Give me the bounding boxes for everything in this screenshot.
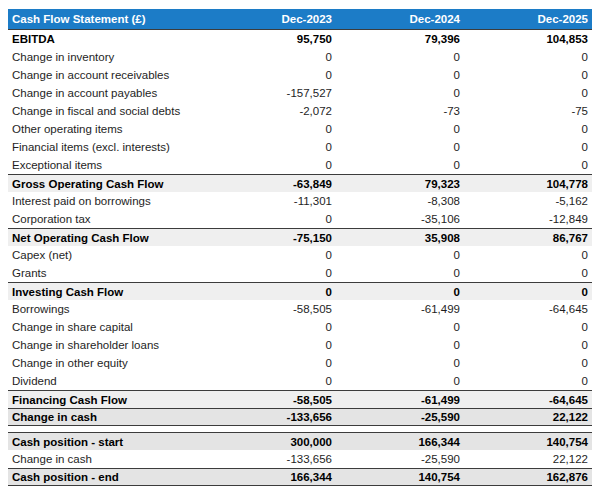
- cell-value: 104,778: [464, 178, 592, 190]
- table-row: Investing Cash Flow000: [8, 282, 592, 300]
- column-header-dec-2024: Dec-2024: [336, 13, 464, 25]
- row-label: Gross Operating Cash Flow: [8, 178, 208, 190]
- row-label: Change in other equity: [8, 357, 208, 369]
- cell-value: 0: [336, 87, 464, 99]
- cell-value: 0: [208, 339, 336, 351]
- cell-value: 0: [464, 159, 592, 171]
- row-label: Change in account payables: [8, 87, 208, 99]
- cell-value: 0: [208, 69, 336, 81]
- cell-value: 162,876: [464, 471, 592, 483]
- cell-value: -58,505: [208, 394, 336, 406]
- row-label: Cash position - start: [8, 436, 208, 448]
- cell-value: 0: [336, 286, 464, 298]
- cell-value: 0: [464, 286, 592, 298]
- cell-value: -75: [464, 105, 592, 117]
- row-label: EBITDA: [8, 33, 208, 45]
- table-row: Cash position - start300,000166,344140,7…: [8, 432, 592, 450]
- cell-value: -5,162: [464, 195, 592, 207]
- cell-value: 0: [464, 375, 592, 387]
- cell-value: 0: [336, 51, 464, 63]
- cell-value: 79,323: [336, 178, 464, 190]
- cell-value: -63,849: [208, 178, 336, 190]
- column-header-dec-2023: Dec-2023: [208, 13, 336, 25]
- cell-value: 0: [336, 357, 464, 369]
- row-label: Change in shareholder loans: [8, 339, 208, 351]
- row-label: Other operating items: [8, 123, 208, 135]
- column-header-dec-2025: Dec-2025: [464, 13, 592, 25]
- table-row: Capex (net)000: [8, 246, 592, 264]
- cell-value: 0: [208, 123, 336, 135]
- cell-value: -133,656: [208, 411, 336, 423]
- cell-value: 0: [336, 123, 464, 135]
- table-row: Corporation tax0-35,106-12,849: [8, 210, 592, 228]
- cell-value: 35,908: [336, 232, 464, 244]
- cell-value: 22,122: [464, 453, 592, 465]
- row-label: Change in share capital: [8, 321, 208, 333]
- cell-value: 0: [208, 321, 336, 333]
- table-row: Financing Cash Flow-58,505-61,499-64,645: [8, 390, 592, 408]
- table-row: Net Operating Cash Flow-75,15035,90886,7…: [8, 228, 592, 246]
- table-row: Interest paid on borrowings-11,301-8,308…: [8, 192, 592, 210]
- cell-value: -8,308: [336, 195, 464, 207]
- table-row: Dividend000: [8, 372, 592, 390]
- cell-value: 0: [336, 69, 464, 81]
- row-label: Financing Cash Flow: [8, 394, 208, 406]
- cell-value: -25,590: [336, 411, 464, 423]
- table-row: Change in shareholder loans000: [8, 336, 592, 354]
- row-label: Net Operating Cash Flow: [8, 232, 208, 244]
- cell-value: 86,767: [464, 232, 592, 244]
- cell-value: 0: [464, 141, 592, 153]
- cell-value: 0: [464, 51, 592, 63]
- table-row: Change in account payables-157,52700: [8, 84, 592, 102]
- cell-value: 0: [464, 357, 592, 369]
- cell-value: 0: [464, 69, 592, 81]
- cell-value: 104,853: [464, 33, 592, 45]
- row-label: Borrowings: [8, 303, 208, 315]
- cell-value: -61,499: [336, 303, 464, 315]
- table-header-row: Cash Flow Statement (£) Dec-2023 Dec-202…: [8, 9, 592, 30]
- cell-value: -73: [336, 105, 464, 117]
- row-label: Change in cash: [8, 411, 208, 423]
- cell-value: 0: [336, 249, 464, 261]
- table-row: Change in fiscal and social debts-2,072-…: [8, 102, 592, 120]
- cell-value: 0: [208, 375, 336, 387]
- cell-value: 0: [336, 267, 464, 279]
- cell-value: 0: [208, 159, 336, 171]
- row-label: Cash position - end: [8, 471, 208, 483]
- row-label: Exceptional items: [8, 159, 208, 171]
- row-label: Corporation tax: [8, 213, 208, 225]
- cell-value: 0: [336, 375, 464, 387]
- row-label: Dividend: [8, 375, 208, 387]
- table-row: Grants000: [8, 264, 592, 282]
- table-row: Change in share capital000: [8, 318, 592, 336]
- cell-value: 0: [336, 339, 464, 351]
- table-row: Change in account receivables000: [8, 66, 592, 84]
- table-row: Cash position - end166,344140,754162,876: [8, 468, 592, 486]
- row-label: Interest paid on borrowings: [8, 195, 208, 207]
- cell-value: 166,344: [336, 436, 464, 448]
- cell-value: 0: [464, 267, 592, 279]
- cell-value: 0: [336, 321, 464, 333]
- table-row: Change in other equity000: [8, 354, 592, 372]
- cell-value: -35,106: [336, 213, 464, 225]
- cell-value: 0: [464, 339, 592, 351]
- row-label: Financial items (excl. interests): [8, 141, 208, 153]
- cell-value: 95,750: [208, 33, 336, 45]
- table-row: Change in cash-133,656-25,59022,122: [8, 408, 592, 426]
- cell-value: -64,645: [464, 303, 592, 315]
- cell-value: -64,645: [464, 394, 592, 406]
- cell-value: 0: [464, 321, 592, 333]
- row-label: Grants: [8, 267, 208, 279]
- cell-value: -12,849: [464, 213, 592, 225]
- row-label: Change in cash: [8, 453, 208, 465]
- cell-value: 140,754: [336, 471, 464, 483]
- row-label: Investing Cash Flow: [8, 286, 208, 298]
- table-row: Change in cash-133,656-25,59022,122: [8, 450, 592, 468]
- table-title: Cash Flow Statement (£): [8, 13, 208, 25]
- table-body: EBITDA95,75079,396104,853Change in inven…: [8, 30, 592, 486]
- cell-value: -75,150: [208, 232, 336, 244]
- row-label: Change in account receivables: [8, 69, 208, 81]
- cell-value: -25,590: [336, 453, 464, 465]
- cell-value: 0: [336, 159, 464, 171]
- row-label: Change in fiscal and social debts: [8, 105, 208, 117]
